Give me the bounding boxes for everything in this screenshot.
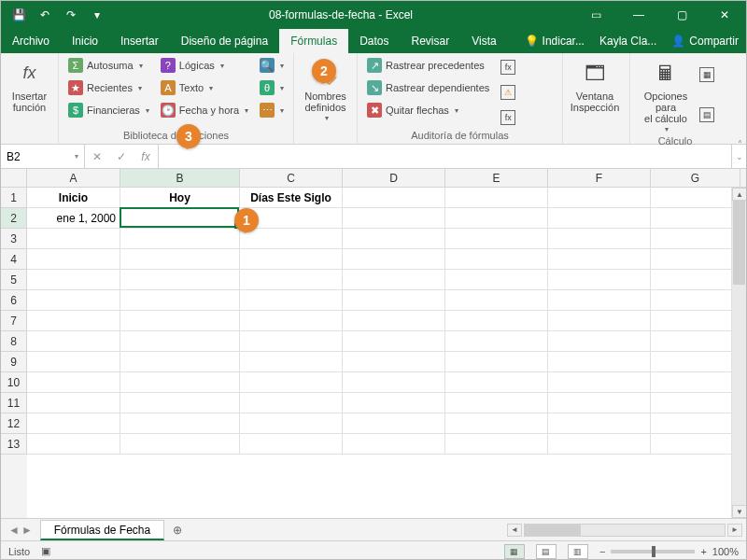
cell-C3[interactable] bbox=[240, 229, 343, 249]
cell-G5[interactable] bbox=[651, 270, 740, 290]
cell-F3[interactable] bbox=[548, 229, 651, 249]
cell-A13[interactable] bbox=[27, 434, 120, 455]
cell-G4[interactable] bbox=[651, 249, 740, 270]
cell-F13[interactable] bbox=[548, 434, 651, 455]
cell-C6[interactable] bbox=[240, 290, 343, 311]
name-box[interactable]: B2 ▾ bbox=[1, 145, 85, 168]
column-header-B[interactable]: B bbox=[120, 169, 240, 187]
cell-C10[interactable] bbox=[240, 372, 343, 393]
error-check-icon[interactable]: ⚠ bbox=[500, 85, 515, 100]
view-normal-button[interactable]: ▦ bbox=[504, 544, 525, 559]
financial-button[interactable]: $Financieras▾ bbox=[64, 100, 153, 120]
cell-G6[interactable] bbox=[651, 290, 740, 311]
accept-formula-icon[interactable]: ✓ bbox=[109, 150, 134, 163]
scroll-down-icon[interactable]: ▼ bbox=[732, 505, 746, 518]
row-header-12[interactable]: 12 bbox=[1, 413, 27, 434]
trace-precedents-button[interactable]: ↗Rastrear precedentes bbox=[363, 55, 493, 76]
evaluate-formula-icon[interactable]: fx bbox=[500, 110, 515, 125]
ribbon-options-button[interactable]: ▭ bbox=[574, 1, 617, 29]
tab-formulas[interactable]: Fórmulas bbox=[279, 29, 348, 53]
lookup-button[interactable]: 🔍▾ bbox=[256, 55, 288, 76]
cell-F1[interactable] bbox=[548, 188, 651, 208]
column-header-E[interactable]: E bbox=[445, 169, 548, 187]
zoom-value[interactable]: 100% bbox=[712, 546, 739, 557]
cell-A5[interactable] bbox=[27, 270, 120, 290]
more-functions-button[interactable]: ⋯▾ bbox=[256, 100, 288, 120]
view-page-layout-button[interactable]: ▤ bbox=[536, 544, 557, 559]
row-header-1[interactable]: 1 bbox=[1, 188, 27, 208]
cell-G7[interactable] bbox=[651, 311, 740, 331]
logical-button[interactable]: ?Lógicas▾ bbox=[157, 55, 252, 76]
cell-B2[interactable] bbox=[120, 208, 240, 229]
cell-D1[interactable] bbox=[343, 188, 445, 208]
row-header-13[interactable]: 13 bbox=[1, 434, 27, 455]
cell-G12[interactable] bbox=[651, 413, 740, 434]
cell-A10[interactable] bbox=[27, 372, 120, 393]
select-all-button[interactable] bbox=[1, 169, 27, 187]
close-button[interactable]: ✕ bbox=[703, 1, 746, 29]
cell-F4[interactable] bbox=[548, 249, 651, 270]
column-header-F[interactable]: F bbox=[548, 169, 651, 187]
row-header-9[interactable]: 9 bbox=[1, 352, 27, 372]
row-header-11[interactable]: 11 bbox=[1, 393, 27, 413]
horizontal-scrollbar[interactable]: ◄ ► bbox=[503, 519, 746, 540]
date-time-button[interactable]: 🕑Fecha y hora▾ bbox=[157, 100, 252, 120]
cell-G2[interactable] bbox=[651, 208, 740, 229]
cell-B12[interactable] bbox=[120, 413, 240, 434]
cell-E2[interactable] bbox=[445, 208, 548, 229]
cell-E9[interactable] bbox=[445, 352, 548, 372]
save-icon[interactable]: 💾 bbox=[8, 5, 29, 25]
cell-F2[interactable] bbox=[548, 208, 651, 229]
cell-B3[interactable] bbox=[120, 229, 240, 249]
column-header-G[interactable]: G bbox=[651, 169, 740, 187]
cell-E8[interactable] bbox=[445, 331, 548, 352]
cell-E12[interactable] bbox=[445, 413, 548, 434]
row-header-6[interactable]: 6 bbox=[1, 290, 27, 311]
cell-D3[interactable] bbox=[343, 229, 445, 249]
cell-C9[interactable] bbox=[240, 352, 343, 372]
cell-C12[interactable] bbox=[240, 413, 343, 434]
calculation-options-button[interactable]: 🖩 Opciones para el cálculo ▾ bbox=[636, 55, 696, 134]
cell-E10[interactable] bbox=[445, 372, 548, 393]
new-sheet-button[interactable]: ⊕ bbox=[164, 519, 190, 540]
cell-A7[interactable] bbox=[27, 311, 120, 331]
column-header-C[interactable]: C bbox=[240, 169, 343, 187]
text-button[interactable]: ATexto▾ bbox=[157, 77, 252, 98]
cell-E4[interactable] bbox=[445, 249, 548, 270]
calc-sheet-icon[interactable]: ▤ bbox=[699, 107, 714, 122]
cell-B4[interactable] bbox=[120, 249, 240, 270]
cancel-formula-icon[interactable]: ✕ bbox=[85, 150, 109, 163]
scroll-right-icon[interactable]: ► bbox=[727, 524, 742, 537]
column-header-A[interactable]: A bbox=[27, 169, 120, 187]
cell-E11[interactable] bbox=[445, 393, 548, 413]
cell-C7[interactable] bbox=[240, 311, 343, 331]
cell-B10[interactable] bbox=[120, 372, 240, 393]
column-header-D[interactable]: D bbox=[343, 169, 445, 187]
scroll-left-icon[interactable]: ◄ bbox=[507, 524, 522, 537]
row-header-8[interactable]: 8 bbox=[1, 331, 27, 352]
cell-G9[interactable] bbox=[651, 352, 740, 372]
tab-inicio[interactable]: Inicio bbox=[61, 29, 109, 53]
zoom-out-icon[interactable]: − bbox=[599, 546, 605, 557]
cell-B13[interactable] bbox=[120, 434, 240, 455]
cell-F5[interactable] bbox=[548, 270, 651, 290]
cell-D8[interactable] bbox=[343, 331, 445, 352]
cell-D7[interactable] bbox=[343, 311, 445, 331]
watch-window-button[interactable]: 🗔 Ventana Inspección bbox=[569, 55, 621, 129]
row-header-10[interactable]: 10 bbox=[1, 372, 27, 393]
cell-A1[interactable]: Inicio bbox=[27, 188, 120, 208]
redo-icon[interactable]: ↷ bbox=[61, 5, 81, 25]
cell-A4[interactable] bbox=[27, 249, 120, 270]
view-page-break-button[interactable]: ▥ bbox=[568, 544, 588, 559]
cell-F10[interactable] bbox=[548, 372, 651, 393]
remove-arrows-button[interactable]: ✖Quitar flechas▾ bbox=[363, 100, 493, 120]
cell-A6[interactable] bbox=[27, 290, 120, 311]
cell-E5[interactable] bbox=[445, 270, 548, 290]
cell-C5[interactable] bbox=[240, 270, 343, 290]
cell-B1[interactable]: Hoy bbox=[120, 188, 240, 208]
autosum-button[interactable]: ΣAutosuma▾ bbox=[64, 55, 153, 76]
cell-G13[interactable] bbox=[651, 434, 740, 455]
cell-A2[interactable]: ene 1, 2000 bbox=[27, 208, 120, 229]
qat-dropdown-icon[interactable]: ▾ bbox=[87, 5, 107, 25]
cell-E6[interactable] bbox=[445, 290, 548, 311]
